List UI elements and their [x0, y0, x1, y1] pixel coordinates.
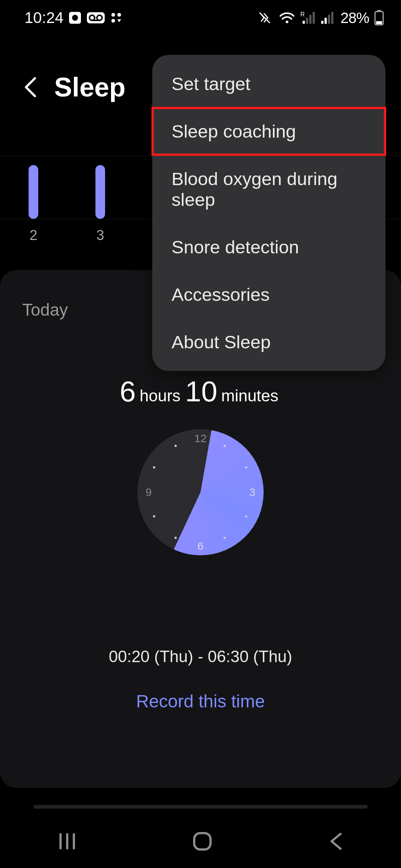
- chart-day-label: 2: [29, 227, 37, 243]
- record-time-button[interactable]: Record this time: [22, 691, 379, 711]
- sleep-time-window: 00:20 (Thu) - 06:30 (Thu): [22, 647, 379, 666]
- svg-rect-14: [376, 21, 382, 24]
- svg-point-8: [111, 19, 115, 23]
- app-badge-icon: [69, 11, 81, 24]
- hours-unit: hours: [137, 387, 183, 405]
- signal-roaming-icon: R: [300, 11, 315, 24]
- chart-day-label: 3: [96, 227, 104, 243]
- svg-point-10: [286, 21, 288, 23]
- minutes-value: 10: [185, 375, 218, 408]
- sync-dots-icon: [110, 12, 122, 24]
- signal-icon: [320, 11, 334, 24]
- menu-item-accessories[interactable]: Accessories: [152, 271, 385, 318]
- nav-home-button[interactable]: [191, 830, 213, 854]
- back-button[interactable]: [22, 75, 38, 99]
- battery-percent: 28%: [340, 10, 369, 26]
- svg-point-7: [117, 13, 121, 17]
- vibrate-icon: [259, 11, 274, 24]
- chart-bar: [29, 165, 38, 219]
- menu-item-blood-oxygen-during-sleep[interactable]: Blood oxygen during sleep: [152, 155, 385, 223]
- svg-point-1: [72, 15, 78, 21]
- status-bar: 10:24 R 28%: [0, 0, 401, 36]
- menu-item-about-sleep[interactable]: About Sleep: [152, 318, 385, 366]
- gesture-hint: [33, 805, 368, 809]
- chart-bar: [95, 165, 105, 219]
- clock-num-9: 9: [146, 486, 152, 499]
- voicemail-icon: [87, 12, 105, 24]
- status-time: 10:24: [25, 9, 63, 27]
- clock-num-12: 12: [194, 432, 206, 445]
- svg-text:R: R: [300, 11, 305, 17]
- clock-num-3: 3: [249, 486, 255, 499]
- sleep-clock-dial[interactable]: 12 3 6 9: [137, 429, 264, 555]
- menu-item-set-target[interactable]: Set target: [152, 60, 385, 108]
- menu-item-snore-detection[interactable]: Snore detection: [152, 223, 385, 271]
- minutes-unit: minutes: [219, 387, 281, 405]
- menu-item-sleep-coaching[interactable]: Sleep coaching: [152, 108, 385, 155]
- sleep-duration: 6 hours 10 minutes: [22, 375, 379, 408]
- svg-point-6: [111, 13, 115, 17]
- nav-back-button[interactable]: [327, 832, 344, 852]
- battery-icon: [374, 10, 384, 26]
- overflow-menu: Set targetSleep coachingBlood oxygen dur…: [152, 55, 385, 371]
- nav-recents-button[interactable]: [57, 832, 78, 852]
- chart-day-col[interactable]: 3: [67, 156, 134, 243]
- svg-rect-18: [194, 833, 211, 849]
- hours-value: 6: [120, 375, 136, 408]
- clock-num-6: 6: [198, 540, 204, 552]
- android-navbar: [0, 816, 401, 868]
- chart-day-col[interactable]: 2: [0, 156, 67, 243]
- wifi-icon: [279, 11, 295, 24]
- page-title: Sleep: [54, 72, 125, 102]
